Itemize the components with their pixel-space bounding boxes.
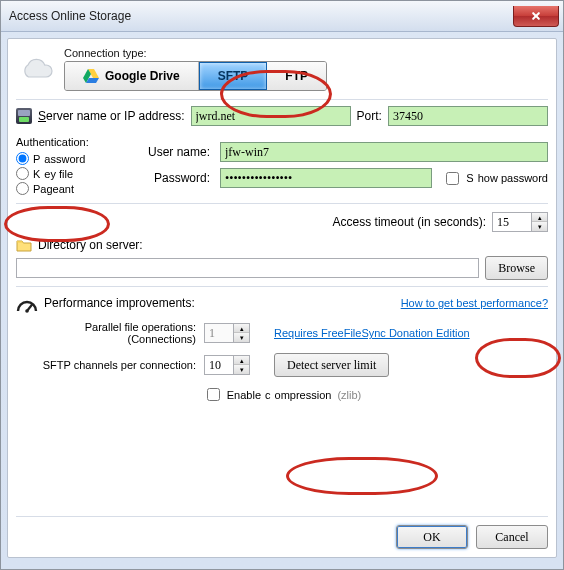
separator: [16, 286, 548, 287]
toggle-sftp[interactable]: SFTP: [199, 62, 268, 90]
donation-link[interactable]: Requires FreeFileSync Donation Edition: [274, 327, 548, 339]
connection-type-label: Connection type:: [64, 47, 548, 59]
perf-heading: Performance improvements:: [44, 296, 195, 310]
window-title: Access Online Storage: [9, 9, 131, 23]
separator: [16, 203, 548, 204]
connection-type-toggle: Google Drive SFTP FTP: [64, 61, 327, 91]
titlebar[interactable]: Access Online Storage: [1, 1, 563, 32]
chan-input[interactable]: [204, 355, 234, 375]
dialog-footer: OK Cancel: [16, 516, 548, 549]
svg-point-4: [25, 309, 29, 313]
browse-button[interactable]: Browse: [485, 256, 548, 280]
ok-button[interactable]: OK: [396, 525, 468, 549]
pfo-down: ▾: [234, 333, 249, 342]
gauge-icon: [16, 293, 38, 313]
toggle-sftp-label: SFTP: [218, 69, 249, 83]
timeout-down[interactable]: ▾: [532, 222, 547, 231]
pfo-label: Parallel file operations:(Connections): [16, 321, 196, 345]
chan-stepper[interactable]: ▴▾: [204, 355, 266, 375]
toggle-ftp-label: FTP: [285, 69, 308, 83]
username-input[interactable]: [220, 142, 548, 162]
toggle-gdrive-label: Google Drive: [105, 69, 180, 83]
detect-limit-button[interactable]: Detect server limit: [274, 353, 389, 377]
chan-up[interactable]: ▴: [234, 356, 249, 365]
server-label: Server name or IP address:: [38, 109, 185, 123]
annotation-highlight: [286, 457, 438, 495]
timeout-up[interactable]: ▴: [532, 213, 547, 222]
zlib-note: (zlib): [337, 389, 361, 401]
timeout-label: Access timeout (in seconds):: [333, 215, 486, 229]
folder-icon: [16, 238, 32, 252]
compress-checkbox[interactable]: Enable compression: [203, 385, 332, 404]
pfo-input: [204, 323, 234, 343]
cloud-icon: [16, 55, 56, 83]
cancel-button[interactable]: Cancel: [476, 525, 548, 549]
password-input[interactable]: [220, 168, 432, 188]
port-label: Port:: [357, 109, 382, 123]
radio-pageant[interactable]: Pageant: [16, 182, 112, 195]
port-input[interactable]: [388, 106, 548, 126]
separator: [16, 99, 548, 100]
server-icon: [16, 108, 32, 124]
timeout-input[interactable]: [492, 212, 532, 232]
google-drive-icon: [83, 69, 99, 83]
dialog-body: Connection type: Google Drive SFTP FTP: [7, 38, 557, 558]
radio-keyfile[interactable]: Key file: [16, 167, 112, 180]
auth-heading: Authentication:: [16, 136, 112, 148]
toggle-ftp[interactable]: FTP: [267, 62, 326, 90]
perf-help-link[interactable]: How to get best performance?: [401, 297, 548, 309]
directory-input[interactable]: [16, 258, 479, 278]
toggle-google-drive[interactable]: Google Drive: [65, 62, 199, 90]
directory-label: Directory on server:: [38, 238, 143, 252]
pfo-stepper[interactable]: ▴▾: [204, 323, 266, 343]
show-password-checkbox[interactable]: Show password: [442, 169, 548, 188]
close-icon[interactable]: [513, 6, 559, 27]
radio-password[interactable]: Password: [16, 152, 112, 165]
dialog-window: Access Online Storage Connection type: G…: [0, 0, 564, 570]
pfo-up: ▴: [234, 324, 249, 333]
timeout-stepper[interactable]: ▴▾: [492, 212, 548, 232]
chan-down[interactable]: ▾: [234, 365, 249, 374]
chan-label: SFTP channels per connection:: [16, 359, 196, 371]
username-label: User name:: [130, 145, 210, 159]
server-input[interactable]: [191, 106, 351, 126]
password-label: Password:: [130, 171, 210, 185]
